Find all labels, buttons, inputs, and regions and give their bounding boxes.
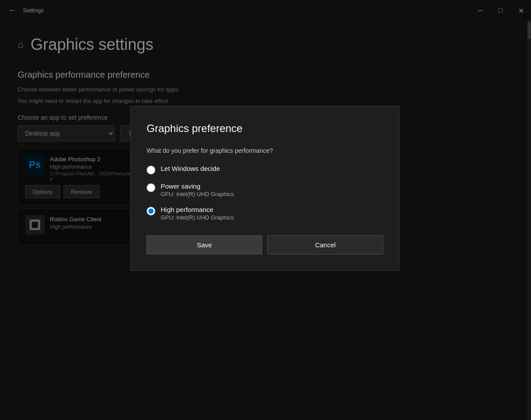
dialog-save-button[interactable]: Save: [147, 235, 262, 254]
radio-label-group-windows-decide: Let Windows decide: [161, 165, 220, 172]
radio-option-high-performance[interactable]: High performance GPU: Intel(R) UHD Graph…: [147, 206, 383, 221]
radio-option-windows-decide[interactable]: Let Windows decide: [147, 165, 383, 174]
radio-sublabel-high-performance: GPU: Intel(R) UHD Graphics: [161, 214, 233, 221]
radio-label-group-power-saving: Power saving GPU: Intel(R) UHD Graphics: [161, 182, 233, 198]
radio-option-power-saving[interactable]: Power saving GPU: Intel(R) UHD Graphics: [147, 182, 383, 198]
radio-label-high-performance: High performance: [161, 206, 233, 213]
dialog-buttons: Save Cancel: [147, 235, 383, 254]
radio-windows-decide[interactable]: [147, 166, 155, 174]
radio-label-group-high-performance: High performance GPU: Intel(R) UHD Graph…: [161, 206, 233, 221]
dialog-title: Graphics preference: [147, 122, 383, 135]
graphics-preference-dialog: Graphics preference What do you prefer f…: [130, 106, 399, 271]
dialog-question: What do you prefer for graphics performa…: [147, 147, 383, 154]
radio-label-power-saving: Power saving: [161, 182, 233, 190]
radio-power-saving[interactable]: [147, 183, 155, 192]
radio-sublabel-power-saving: GPU: Intel(R) UHD Graphics: [161, 191, 233, 197]
radio-label-windows-decide: Let Windows decide: [161, 165, 220, 172]
radio-high-performance[interactable]: [147, 207, 155, 216]
dialog-cancel-button[interactable]: Cancel: [267, 235, 383, 254]
